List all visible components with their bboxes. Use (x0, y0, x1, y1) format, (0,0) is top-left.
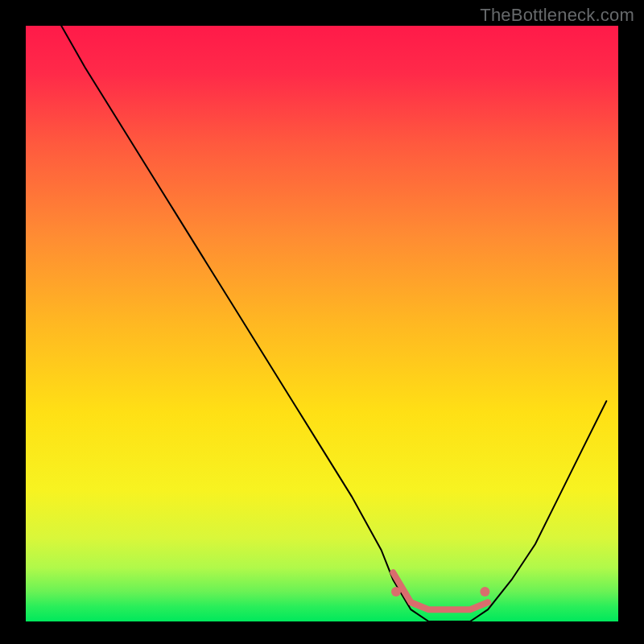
watermark-text: TheBottleneck.com (480, 5, 634, 26)
highlight-endpoint-right (480, 587, 489, 597)
bottleneck-chart (0, 0, 644, 644)
highlight-endpoint-left (391, 587, 401, 597)
chart-container: TheBottleneck.com (0, 0, 644, 644)
